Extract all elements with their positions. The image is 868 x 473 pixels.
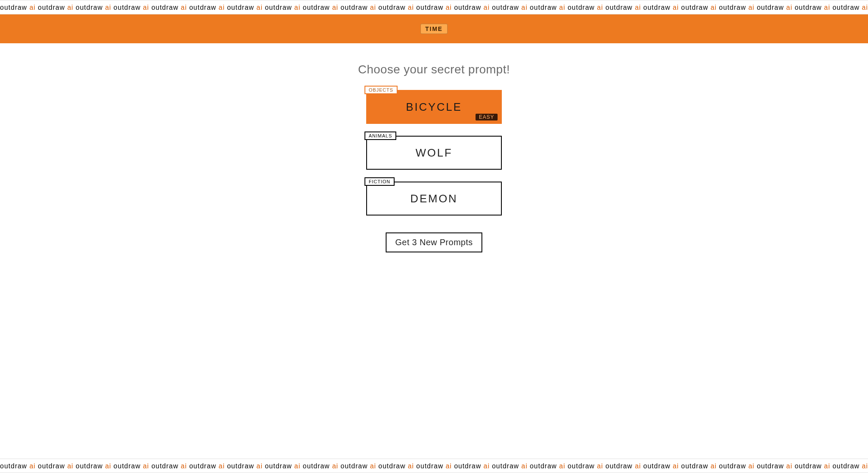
prompt-card-bicycle[interactable]: OBJECTS BICYCLE EASY <box>366 90 502 124</box>
prompt-word: DEMON <box>410 192 458 205</box>
get-new-prompts-button[interactable]: Get 3 New Prompts <box>386 232 482 252</box>
prompt-card-wolf[interactable]: ANIMALS WOLF <box>366 136 502 170</box>
header-bar: TIME <box>0 14 868 43</box>
category-tag: ANIMALS <box>364 132 396 140</box>
main-content: Choose your secret prompt! OBJECTS BICYC… <box>0 43 868 312</box>
category-tag: OBJECTS <box>364 86 398 94</box>
brand-ticker-top: outdraw ai outdraw ai outdraw ai outdraw… <box>0 0 868 14</box>
prompt-word: BICYCLE <box>406 101 462 114</box>
prompt-word: WOLF <box>415 146 452 160</box>
difficulty-tag: EASY <box>476 114 498 120</box>
header-title-chip: TIME <box>420 24 447 34</box>
category-tag: FICTION <box>364 177 395 186</box>
brand-ticker-bottom: outdraw ai outdraw ai outdraw ai outdraw… <box>0 459 868 473</box>
prompt-stack: OBJECTS BICYCLE EASY ANIMALS WOLF FICTIO… <box>366 90 502 252</box>
prompt-card-demon[interactable]: FICTION DEMON <box>366 182 502 216</box>
page-heading: Choose your secret prompt! <box>358 63 510 76</box>
